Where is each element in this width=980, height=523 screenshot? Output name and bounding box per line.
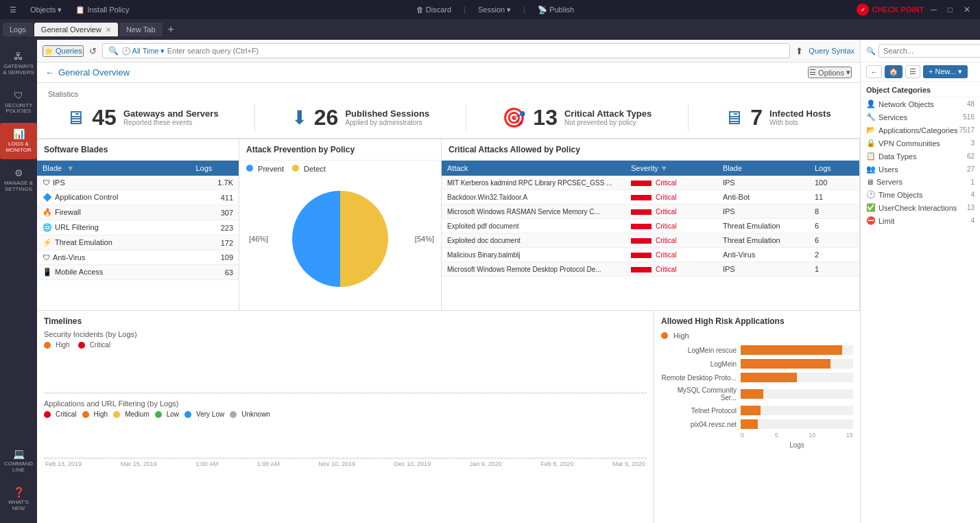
home-btn[interactable]: 🏠 <box>885 65 903 78</box>
session-btn[interactable]: Session ▾ <box>474 4 515 16</box>
tab-general-overview[interactable]: General Overview ✕ <box>34 23 118 36</box>
right-panel-item[interactable]: 🔧 Services 516 <box>861 111 980 124</box>
apps-critical-legend: Critical <box>44 410 77 418</box>
new-object-btn[interactable]: + New... ▾ <box>923 65 968 78</box>
search-input[interactable] <box>167 47 785 55</box>
tab-logs[interactable]: Logs <box>3 23 33 36</box>
back-btn[interactable]: ← <box>866 65 882 78</box>
right-panel-item[interactable]: 📂 Applications/Categories 7517 <box>861 124 980 137</box>
high-label: High <box>56 341 70 349</box>
time-filter-btn[interactable]: 🕐 All Time ▾ <box>121 47 165 56</box>
attack-name: Microsoft Windows Remote Desktop Protoco… <box>442 262 625 277</box>
high-risk-label: High <box>673 332 689 340</box>
logs-col-header[interactable]: Logs <box>190 161 239 176</box>
apps-chart-area <box>44 418 647 459</box>
publish-btn[interactable]: 📡 Publish <box>534 4 578 16</box>
bar-label: LogMein rescue <box>661 347 737 354</box>
critical-attack-row[interactable]: Backdoor.Win32.Taidoor.A Critical Anti-B… <box>442 190 859 205</box>
blade-row[interactable]: 🌐URL Filtering223 <box>37 220 239 235</box>
sidebar-item-cli[interactable]: 💻 COMMAND LINE <box>0 443 37 479</box>
critical-attack-row[interactable]: Microsoft Windows Remote Desktop Protoco… <box>442 262 859 277</box>
time-axis-label: Dec 10, 2019 <box>394 461 431 467</box>
bar-track <box>741 406 853 415</box>
attack-logs: 6 <box>809 219 859 233</box>
blade-name: 🌐URL Filtering <box>37 220 190 235</box>
bar-track <box>741 389 853 399</box>
attack-blade: IPS <box>717 205 809 219</box>
critical-attack-row[interactable]: Microsoft Windows RASMAN Service Memory … <box>442 205 859 219</box>
software-blades-panel: Software Blades Blade ▼ Logs 🛡IPS1.7K🔷Ap… <box>37 139 239 310</box>
bar-track <box>741 419 853 429</box>
right-item-left: ⛔ Limit <box>866 216 894 225</box>
blade-row[interactable]: 📱Mobile Access63 <box>37 265 239 280</box>
right-item-left: 🕐 Time Objects <box>866 190 922 199</box>
blade-row[interactable]: 🔥Firewall307 <box>37 205 239 220</box>
tab-close-icon[interactable]: ✕ <box>106 26 111 34</box>
blade-col-header[interactable]: Blade ▼ <box>37 161 190 176</box>
options-icon: ☰ <box>809 68 816 77</box>
axis-row: 051015 <box>741 432 853 439</box>
blade-row[interactable]: 🛡Anti-Virus109 <box>37 251 239 265</box>
attack-col-header[interactable]: Attack <box>442 161 625 176</box>
bar-fill <box>741 359 830 369</box>
top-bar-right: ✓ CHECK POINT ─ □ ✕ <box>857 3 975 16</box>
right-item-left: 📋 Data Types <box>866 152 916 161</box>
sidebar-item-security[interactable]: 🛡 SECURITY POLICIES <box>0 84 37 121</box>
right-item-left: 🔒 VPN Communities <box>866 139 940 148</box>
critical-attack-row[interactable]: Malicious Binary.balmblj Critical Anti-V… <box>442 248 859 262</box>
options-btn[interactable]: ☰ Options ▾ <box>808 67 852 78</box>
sidebar-item-gateways[interactable]: 🖧 GATEWAYS & SERVERS <box>0 45 37 82</box>
menu-btn[interactable]: ☰ <box>5 4 21 16</box>
right-panel-item[interactable]: 👥 Users 27 <box>861 163 980 176</box>
sessions-count: 26 <box>314 105 339 130</box>
severity-col-header[interactable]: Severity ▼ <box>625 161 717 176</box>
attack-logs: 1 <box>809 262 859 277</box>
objects-menu[interactable]: Objects ▾ <box>26 4 66 16</box>
gateways-subtitle: Reported these events <box>123 119 219 126</box>
blade-row[interactable]: 🔷Application Control411 <box>37 190 239 205</box>
attack-blade: Threat Emulation <box>717 219 809 233</box>
right-panel-item[interactable]: 🖥 Servers 1 <box>861 176 980 188</box>
blade-row[interactable]: ⚡Threat Emulation172 <box>37 235 239 251</box>
right-panel-item[interactable]: 📋 Data Types 62 <box>861 150 980 163</box>
right-item-label: Network Objects <box>879 100 934 108</box>
critical-attack-row[interactable]: Exploited pdf document Critical Threat E… <box>442 219 859 233</box>
maximize-btn[interactable]: □ <box>944 3 957 16</box>
blade-row[interactable]: 🛡IPS1.7K <box>37 176 239 190</box>
right-panel-item[interactable]: 🔒 VPN Communities 3 <box>861 137 980 150</box>
close-btn[interactable]: ✕ <box>959 3 975 16</box>
tab-new-tab[interactable]: New Tab <box>119 23 163 36</box>
bar-fill <box>741 419 758 429</box>
query-syntax-link[interactable]: Query Syntax <box>809 47 854 55</box>
right-panel-item[interactable]: 🕐 Time Objects 4 <box>861 188 980 201</box>
sidebar-item-whatsnew[interactable]: ❓ WHAT'S NEW <box>0 481 37 518</box>
discard-btn[interactable]: 🗑 Discard <box>412 4 455 15</box>
prevent-pct-label: [54%] <box>415 235 434 243</box>
high-dot <box>44 342 51 349</box>
sidebar-item-logs[interactable]: 📊 LOGS & MONITOR <box>0 123 37 159</box>
add-tab-btn[interactable]: + <box>164 23 178 36</box>
cli-icon: 💻 <box>13 448 25 459</box>
blade-col-header2[interactable]: Blade <box>717 161 809 176</box>
back-nav[interactable]: ← General Overview <box>45 67 130 78</box>
blade-logs: 307 <box>190 205 239 220</box>
logs-col-header2[interactable]: Logs <box>809 161 859 176</box>
right-panel-item[interactable]: ⛔ Limit 4 <box>861 214 980 227</box>
right-nav: ← 🏠 ☰ + New... ▾ <box>861 62 980 82</box>
list-btn[interactable]: ☰ <box>905 65 920 78</box>
sidebar-item-cli-label: COMMAND LINE <box>3 461 34 474</box>
critical-attack-row[interactable]: MIT Kerberos kadmind RPC Library RPCSEC_… <box>442 176 859 190</box>
export-btn[interactable]: ⬆ <box>796 46 803 56</box>
right-search-input[interactable] <box>879 44 980 58</box>
sidebar-item-whatsnew-label: WHAT'S NEW <box>3 500 34 512</box>
top-bar-center: 🗑 Discard | Session ▾ | 📡 Publish <box>412 4 578 16</box>
right-panel-item[interactable]: ✅ UserCheck Interactions 13 <box>861 201 980 214</box>
install-policy-btn[interactable]: 📋 Install Policy <box>71 4 133 16</box>
queries-btn[interactable]: ⭐ Queries <box>43 45 84 57</box>
critical-attack-row[interactable]: Exploited doc document Critical Threat E… <box>442 233 859 248</box>
refresh-btn[interactable]: ↺ <box>89 46 97 56</box>
minimize-btn[interactable]: ─ <box>927 3 941 16</box>
sidebar-item-manage[interactable]: ⚙ MANAGE & SETTINGS <box>0 162 37 198</box>
stat-infected: 🖥 7 Infected Hosts With bots <box>724 104 830 131</box>
right-panel-item[interactable]: 👤 Network Objects 48 <box>861 97 980 111</box>
